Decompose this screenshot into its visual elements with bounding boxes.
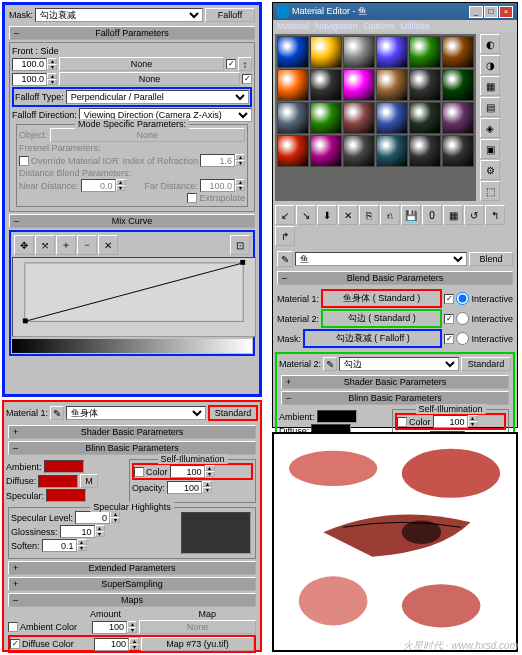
dif-map-check[interactable]: ✓: [10, 639, 20, 649]
reset-icon[interactable]: ✕: [98, 235, 118, 255]
mat-id-icon[interactable]: 0: [422, 205, 442, 225]
m1-ambient-swatch[interactable]: [44, 460, 84, 473]
dif-amount-spinner[interactable]: ▴▾: [94, 638, 139, 651]
side-spinner[interactable]: ▴▾: [12, 73, 57, 86]
pick-icon[interactable]: ✎: [277, 251, 293, 267]
falloff-params-rollout[interactable]: Falloff Parameters: [9, 26, 255, 40]
m1-pick-icon[interactable]: ✎: [50, 406, 64, 420]
soften-spinner[interactable]: ▴▾: [42, 539, 87, 552]
delete-point-icon[interactable]: －: [77, 235, 97, 255]
select-by-icon[interactable]: ⬚: [480, 181, 500, 201]
background-icon[interactable]: ▦: [480, 76, 500, 96]
mat2-button[interactable]: 勾边 ( Standard ): [321, 309, 442, 328]
mask-select[interactable]: 勾边衰减: [35, 8, 203, 22]
editor-menu[interactable]: Material Navigation Options Utilities: [273, 20, 517, 32]
m1-blinn-rollout[interactable]: Blinn Basic Parameters: [8, 441, 256, 455]
reset-map-icon[interactable]: ✕: [338, 205, 358, 225]
minimize-button[interactable]: _: [469, 6, 483, 18]
m1-color-spinner[interactable]: ▴▾: [170, 465, 215, 478]
close-button[interactable]: ×: [499, 6, 513, 18]
mat1-button[interactable]: 鱼身体 ( Standard ): [321, 289, 442, 308]
amb-amount-spinner[interactable]: ▴▾: [92, 621, 137, 634]
backlight-icon[interactable]: ◑: [480, 55, 500, 75]
material-slot-0[interactable]: [277, 36, 309, 68]
swap-icon[interactable]: ↕: [238, 57, 252, 71]
blend-mask-button[interactable]: 勾边衰减 ( Falloff ): [303, 329, 442, 348]
m1-opacity-spinner[interactable]: ▴▾: [167, 481, 212, 494]
menu-material[interactable]: Material: [277, 21, 309, 31]
extended-rollout[interactable]: Extended Parameters: [8, 561, 256, 575]
mix-curve-chart[interactable]: [12, 257, 256, 337]
amb-map-check[interactable]: [8, 622, 18, 632]
make-copy-icon[interactable]: ⎘: [359, 205, 379, 225]
material-slot-11[interactable]: [442, 69, 474, 101]
material-slot-9[interactable]: [376, 69, 408, 101]
m1-name[interactable]: 鱼身体: [66, 406, 206, 420]
side-map[interactable]: None: [59, 72, 240, 86]
preview-icon[interactable]: ▣: [480, 139, 500, 159]
put-to-scene-icon[interactable]: ↘: [296, 205, 316, 225]
material-slot-23[interactable]: [442, 135, 474, 167]
mat2-radio[interactable]: [456, 312, 469, 325]
m2-blinn-rollout[interactable]: Blinn Basic Parameters: [281, 391, 509, 405]
material-slot-7[interactable]: [310, 69, 342, 101]
front-spinner[interactable]: ▴▾: [12, 58, 57, 71]
side-check[interactable]: ✓: [242, 74, 252, 84]
material-slot-22[interactable]: [409, 135, 441, 167]
show-end-icon[interactable]: ↺: [464, 205, 484, 225]
m1-type[interactable]: Standard: [208, 405, 258, 421]
material-slot-16[interactable]: [409, 102, 441, 134]
sample-type-icon[interactable]: ◐: [480, 34, 500, 54]
material-slot-13[interactable]: [310, 102, 342, 134]
gloss-spinner[interactable]: ▴▾: [60, 525, 105, 538]
move-icon[interactable]: ✥: [14, 235, 34, 255]
mat2-check[interactable]: ✓: [444, 314, 454, 324]
material-slot-1[interactable]: [310, 36, 342, 68]
material-slot-5[interactable]: [442, 36, 474, 68]
mixcurve-rollout[interactable]: Mix Curve: [9, 214, 255, 228]
zoom-icon[interactable]: ⊡: [230, 235, 250, 255]
mask-radio[interactable]: [456, 332, 469, 345]
m2-type[interactable]: Standard: [461, 357, 511, 371]
supersampling-rollout[interactable]: SuperSampling: [8, 577, 256, 591]
slot-name-select[interactable]: 鱼: [295, 252, 467, 266]
falloff-type-select[interactable]: Perpendicular / Parallel: [66, 90, 249, 104]
material-slot-18[interactable]: [277, 135, 309, 167]
blend-type-button[interactable]: Blend: [469, 252, 513, 266]
make-unique-icon[interactable]: ⎌: [380, 205, 400, 225]
uv-tile-icon[interactable]: ▤: [480, 97, 500, 117]
m2-color-spinner[interactable]: ▴▾: [433, 415, 478, 428]
material-slot-4[interactable]: [409, 36, 441, 68]
m2-shader-rollout[interactable]: Shader Basic Parameters: [281, 375, 509, 389]
scale-icon[interactable]: ⤧: [35, 235, 55, 255]
menu-navigation[interactable]: Navigation: [315, 21, 358, 31]
menu-utilities[interactable]: Utilities: [401, 21, 430, 31]
show-in-vp-icon[interactable]: ▦: [443, 205, 463, 225]
material-slots[interactable]: [275, 34, 476, 201]
material-slot-10[interactable]: [409, 69, 441, 101]
m1-diffuse-swatch[interactable]: [38, 475, 78, 488]
front-check[interactable]: ✓: [226, 59, 236, 69]
amb-map-button[interactable]: None: [139, 620, 256, 634]
video-check-icon[interactable]: ◈: [480, 118, 500, 138]
m1-color-check[interactable]: [134, 467, 144, 477]
m2-name[interactable]: 勾边: [339, 357, 459, 371]
material-slot-12[interactable]: [277, 102, 309, 134]
add-point-icon[interactable]: ＋: [56, 235, 76, 255]
front-map[interactable]: None: [59, 57, 224, 71]
material-slot-8[interactable]: [343, 69, 375, 101]
m1-specular-swatch[interactable]: [46, 489, 86, 502]
mask-check[interactable]: ✓: [444, 334, 454, 344]
maximize-button[interactable]: □: [484, 6, 498, 18]
falloff-button[interactable]: Falloff: [205, 8, 255, 22]
mat1-radio[interactable]: [456, 292, 469, 305]
mat1-check[interactable]: ✓: [444, 294, 454, 304]
options-icon[interactable]: ⚙: [480, 160, 500, 180]
assign-icon[interactable]: ⬇: [317, 205, 337, 225]
material-slot-21[interactable]: [376, 135, 408, 167]
material-slot-14[interactable]: [343, 102, 375, 134]
m1-shader-rollout[interactable]: Shader Basic Parameters: [8, 425, 256, 439]
maps-rollout[interactable]: Maps: [8, 593, 256, 607]
menu-options[interactable]: Options: [364, 21, 395, 31]
m2-ambient-swatch[interactable]: [317, 410, 357, 423]
